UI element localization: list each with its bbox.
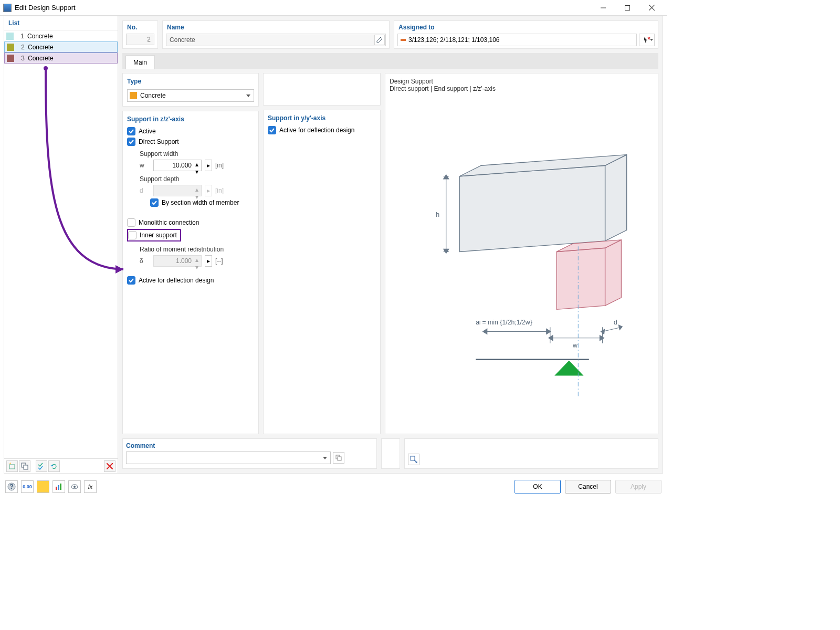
preview-title: Design Support [390,78,654,85]
ok-button[interactable]: OK [514,480,561,494]
ratio-label: Ratio of moment redistribution [140,246,254,253]
list-item[interactable]: 1 Concrete [4,30,118,41]
maximize-button[interactable] [615,0,639,16]
formula-button[interactable]: fx [84,480,97,493]
svg-rect-41 [58,485,59,490]
d-var: d [140,187,150,194]
svg-rect-6 [24,465,28,469]
svg-line-27 [602,327,621,331]
apply-button[interactable]: Apply [615,480,662,494]
support-depth-label: Support depth [140,175,254,183]
type-section: Type Concrete [122,73,259,107]
comment-field[interactable] [126,452,331,464]
assigned-field[interactable]: 3/123,126; 2/118,121; 1/103,106 [397,34,637,46]
type-swatch [130,92,137,99]
w-var: w [140,162,150,169]
svg-rect-9 [401,39,406,41]
titlebar: Edit Design Support [0,0,667,16]
step-button[interactable]: ▸ [205,160,212,171]
step-button: ▸ [205,185,212,196]
svg-rect-42 [60,484,61,490]
svg-text:?: ? [9,483,13,490]
yy-deflection-checkbox[interactable]: Active for deflection design [268,126,376,134]
list-item-label: Concrete [27,33,53,40]
preview-canvas: h aᵢ = min {1/2h;1/2w} w [390,96,654,429]
svg-rect-40 [56,487,57,490]
svg-text:aᵢ = min {1/2h;1/2w}: aᵢ = min {1/2h;1/2w} [476,319,532,326]
support-width-label: Support width [140,150,254,158]
inner-support-checkbox[interactable]: Inner support [128,231,177,239]
no-header: No. [123,21,158,34]
cancel-button[interactable]: Cancel [565,480,611,494]
svg-marker-16 [605,240,622,306]
support-zz-section: Support in z/z'-axis Active Direct Suppo… [122,111,259,434]
reset-button[interactable] [48,460,60,472]
name-field[interactable]: Concrete [166,34,386,46]
delete-button[interactable] [104,460,116,472]
support-yy-section: Support in y/y'-axis Active for deflecti… [263,110,381,434]
tab-bar: Main [122,53,658,69]
svg-rect-35 [411,456,415,460]
list-rows: 1 Concrete 2 Concrete 3 Concrete [4,30,118,458]
active-checkbox[interactable]: Active [127,127,254,135]
color-swatch [7,44,14,51]
units-button[interactable]: 0.00 [21,480,34,493]
list-header: List [4,16,118,30]
spin-up[interactable]: ▴ [193,161,201,168]
list-item-num: 1 [16,33,24,40]
type-header: Type [127,78,254,85]
graphics-button[interactable] [52,480,65,493]
comment-header: Comment [126,442,373,449]
comment-library-button[interactable] [333,452,344,464]
svg-point-44 [74,486,76,488]
type-spacer [263,73,381,106]
member-icon [400,37,406,43]
pick-members-button[interactable] [639,34,655,46]
copy-item-button[interactable] [19,460,30,472]
color-swatch [6,33,14,40]
support-width-field[interactable]: 10.000 ▴▾ [153,160,202,171]
type-combo[interactable]: Concrete [127,89,254,102]
check-all-button[interactable] [36,460,47,472]
zz-header: Support in z/z'-axis [127,116,254,123]
close-button[interactable] [639,0,664,16]
zz-deflection-checkbox[interactable]: Active for deflection design [127,276,254,285]
list-item-label: Concrete [28,55,54,62]
d-unit: [in] [215,187,224,194]
minimize-button[interactable] [591,0,615,16]
monolithic-checkbox[interactable]: Monolithic connection [127,218,254,227]
list-item-num: 2 [16,44,25,51]
view-settings-button[interactable] [408,454,419,465]
no-field: 2 [126,34,154,45]
edit-name-button[interactable] [374,35,385,45]
svg-rect-1 [625,5,630,10]
svg-marker-13 [605,155,627,241]
app-icon [3,4,12,12]
spin-down[interactable]: ▾ [193,168,201,175]
list-item[interactable]: 3 Concrete [4,52,118,64]
svg-text:w: w [572,342,578,349]
name-header: Name [163,21,389,34]
help-button[interactable]: ? [5,480,18,493]
by-section-checkbox[interactable]: By section width of member [150,198,254,207]
list-item[interactable]: 2 Concrete [4,41,118,52]
svg-rect-34 [338,457,341,460]
w-unit: [in] [215,162,224,169]
ratio-field: 1.000 ▴▾ [153,255,202,267]
yy-header: Support in y/y'-axis [268,114,376,122]
color-button[interactable] [37,480,49,493]
svg-text:d: d [614,319,617,326]
svg-marker-12 [459,165,605,251]
svg-text:h: h [436,211,439,218]
assigned-header: Assigned to [394,21,658,34]
tab-main[interactable]: Main [125,55,155,69]
svg-marker-15 [556,248,605,309]
support-depth-field: ▴▾ [153,185,202,196]
step-button[interactable]: ▸ [205,255,212,267]
inner-support-highlight: Inner support [127,229,181,242]
svg-marker-31 [554,361,583,376]
view-button[interactable] [68,480,81,493]
window-title: Edit Design Support [15,4,591,12]
direct-support-checkbox[interactable]: Direct Support [127,138,254,146]
new-item-button[interactable] [6,460,18,472]
